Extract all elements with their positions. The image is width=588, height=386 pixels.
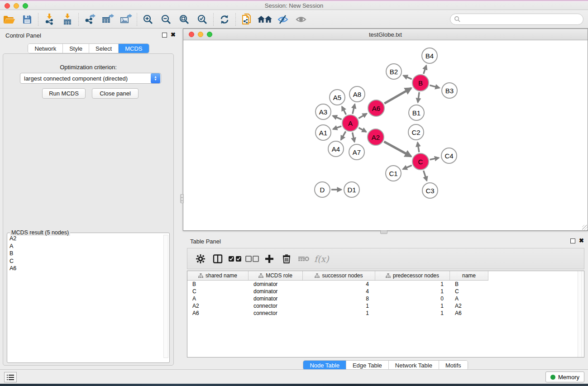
column-header-successor-nodes[interactable]: successor nodes <box>303 271 375 280</box>
import-table-icon[interactable] <box>58 12 76 27</box>
cell-successor_nodes[interactable]: 1 <box>303 303 375 309</box>
mcds-result-item[interactable]: C <box>8 257 163 265</box>
graph-edge-B-B4[interactable] <box>424 66 426 74</box>
graph-node-B[interactable]: B <box>412 74 429 91</box>
graph-node-A7[interactable]: A7 <box>349 144 365 160</box>
column-header-shared-name[interactable]: shared name <box>187 271 249 280</box>
zoom-in-icon[interactable] <box>139 12 157 27</box>
float-panel-icon[interactable] <box>162 33 167 38</box>
graph-node-A1[interactable]: A1 <box>315 124 331 141</box>
export-network-icon[interactable] <box>81 12 99 27</box>
graph-edge-A-A8[interactable] <box>353 104 355 114</box>
save-icon[interactable] <box>18 12 36 27</box>
memory-button[interactable]: Memory <box>545 372 584 382</box>
graph-node-A6[interactable]: A6 <box>368 100 385 117</box>
network-canvas[interactable]: AA1A3A4A5A7A8A6A2BB1B2B3B4CC1C2C3C4DD1 <box>184 41 587 230</box>
cell-name[interactable]: A <box>450 295 488 302</box>
column-header-name[interactable]: name <box>450 271 488 280</box>
graph-node-A3[interactable]: A3 <box>315 104 331 120</box>
table-scrollbar[interactable] <box>578 271 582 357</box>
open-folder-icon[interactable] <box>0 12 18 27</box>
column-header-predecessor-nodes[interactable]: predecessor nodes <box>375 271 450 280</box>
tab-edge-table[interactable]: Edge Table <box>346 361 389 370</box>
delete-table-icon[interactable] <box>295 251 312 267</box>
graph-node-A[interactable]: A <box>342 114 359 132</box>
graph-edge-C-C2[interactable] <box>417 143 419 152</box>
cell-name[interactable]: A6 <box>450 310 488 316</box>
graph-node-A2[interactable]: A2 <box>367 129 384 146</box>
tab-select[interactable]: Select <box>89 44 119 53</box>
cell-predecessor_nodes[interactable]: 0 <box>375 295 450 302</box>
search-input[interactable] <box>461 15 583 24</box>
float-table-panel-icon[interactable] <box>570 238 575 243</box>
tab-node-table[interactable]: Node Table <box>303 361 346 370</box>
graph-node-A5[interactable]: A5 <box>329 89 345 105</box>
cell-shared_name[interactable]: B <box>187 281 249 287</box>
graph-edge-A-A4[interactable] <box>341 131 345 140</box>
cell-shared_name[interactable]: A2 <box>187 303 249 309</box>
graph-edge-C-C1[interactable] <box>403 165 412 169</box>
hide-icon[interactable] <box>274 12 292 27</box>
window-resize-grip[interactable] <box>582 225 588 230</box>
mcds-result-item[interactable]: A <box>8 243 163 250</box>
cell-successor_nodes[interactable]: 4 <box>303 288 375 295</box>
show-icon[interactable] <box>292 12 310 27</box>
refresh-icon[interactable] <box>215 12 234 27</box>
run-mcds-button[interactable]: Run MCDS <box>42 88 86 99</box>
graph-node-B2[interactable]: B2 <box>386 63 402 80</box>
graph-node-D[interactable]: D <box>314 181 330 198</box>
network-window-titlebar[interactable]: testGlobe.txt <box>183 29 588 40</box>
delete-icon[interactable] <box>278 251 295 267</box>
import-network-icon[interactable] <box>40 12 58 27</box>
export-table-icon[interactable] <box>99 12 117 27</box>
table-row[interactable]: Bdominator41B <box>187 281 584 288</box>
graph-edge-A2-C[interactable] <box>384 142 411 156</box>
graph-edge-B-B1[interactable] <box>418 92 419 102</box>
graph-node-A8[interactable]: A8 <box>349 86 365 102</box>
graph-edge-A-A7[interactable] <box>352 133 354 142</box>
graph-edge-A6-B[interactable] <box>384 88 411 104</box>
graph-node-C4[interactable]: C4 <box>441 148 457 164</box>
task-history-button[interactable] <box>4 372 17 382</box>
graph-node-C1[interactable]: C1 <box>385 165 402 181</box>
tab-style[interactable]: Style <box>63 44 89 53</box>
table-row[interactable]: Adominator80A <box>187 295 584 302</box>
close-panel-icon[interactable]: ✖ <box>171 32 176 38</box>
graph-node-C3[interactable]: C3 <box>422 182 438 199</box>
cell-predecessor_nodes[interactable]: 1 <box>375 303 450 309</box>
tab-network-table[interactable]: Network Table <box>389 361 439 370</box>
table-row[interactable]: A6connector11A6 <box>187 310 584 317</box>
graph-node-C[interactable]: C <box>412 153 429 170</box>
cell-name[interactable]: A2 <box>450 303 488 309</box>
cell-shared_name[interactable]: C <box>187 288 249 295</box>
graph-edge-C-C3[interactable] <box>424 171 427 181</box>
cell-mcds_role[interactable]: connector <box>249 303 303 309</box>
graph-edge-A-A1[interactable] <box>333 126 341 129</box>
table-row[interactable]: A2connector11A2 <box>187 302 584 310</box>
horizontal-splitter-handle[interactable] <box>380 230 387 234</box>
tab-mcds[interactable]: MCDS <box>119 44 148 53</box>
mcds-result-item[interactable]: B <box>8 250 163 257</box>
cell-name[interactable]: B <box>450 281 488 287</box>
graph-edge-C-C4[interactable] <box>430 158 439 160</box>
cell-predecessor_nodes[interactable]: 1 <box>375 310 450 316</box>
graph-node-B4[interactable]: B4 <box>421 48 438 64</box>
export-image-icon[interactable] <box>117 12 135 27</box>
cell-successor_nodes[interactable]: 8 <box>303 295 375 302</box>
cell-name[interactable]: C <box>450 288 488 295</box>
cell-predecessor_nodes[interactable]: 1 <box>375 288 450 295</box>
new-network-icon[interactable] <box>238 12 256 27</box>
cell-successor_nodes[interactable]: 4 <box>303 281 375 287</box>
mcds-list-scrollbar[interactable] <box>163 235 168 358</box>
zoom-out-icon[interactable] <box>157 12 175 27</box>
graph-node-B1[interactable]: B1 <box>408 105 425 121</box>
unselect-all-columns-icon[interactable] <box>244 251 261 267</box>
graph-node-A4[interactable]: A4 <box>328 141 344 157</box>
left-splitter-grip[interactable] <box>180 194 184 203</box>
graph-node-D1[interactable]: D1 <box>344 181 360 198</box>
cell-mcds_role[interactable]: dominator <box>249 281 303 287</box>
cell-shared_name[interactable]: A6 <box>187 310 249 316</box>
cell-predecessor_nodes[interactable]: 1 <box>375 281 450 287</box>
cell-successor_nodes[interactable]: 1 <box>303 310 375 316</box>
select-all-columns-icon[interactable] <box>226 251 244 267</box>
